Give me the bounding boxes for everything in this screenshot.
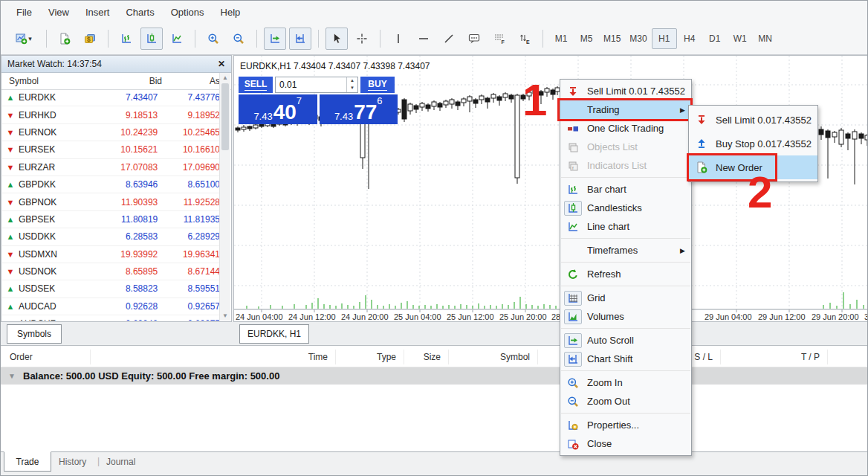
timeframe-m1[interactable]: M1 <box>548 28 574 49</box>
line-chart-button[interactable] <box>166 28 188 50</box>
menu-item-one-click-trading[interactable]: One Click Trading <box>560 119 691 138</box>
chart-shift-button[interactable] <box>289 28 311 50</box>
zoom-out-button[interactable] <box>227 28 250 50</box>
candlesticks-button[interactable] <box>140 28 163 50</box>
menu-item-buy-stop-0-01[interactable]: Buy Stop 0.017.43552 <box>689 132 817 155</box>
down-trend-icon: ▼ <box>2 128 19 137</box>
volume-value[interactable]: 0.01 <box>276 80 346 90</box>
menu-view[interactable]: View <box>40 7 77 18</box>
dollar-stack-button[interactable]: $ <box>79 28 101 50</box>
symbol-row-eurzar[interactable]: ▼EURZAR17.0708317.09690 <box>2 159 220 176</box>
menu-item-sell-limit-0-01[interactable]: Sell Limit 0.017.43552 <box>689 108 817 132</box>
menu-item-chart-shift[interactable]: Chart Shift <box>560 350 691 368</box>
menu-item-grid[interactable]: Grid <box>560 289 691 307</box>
stepper-up-icon[interactable]: ▲ <box>347 77 357 85</box>
scroll-down-icon[interactable]: ▼ <box>220 312 230 319</box>
close-icon[interactable]: ✕ <box>218 59 225 69</box>
tab-symbols[interactable]: Symbols <box>7 324 62 344</box>
chevron-down-icon[interactable]: ▾ <box>28 35 32 42</box>
menu-options[interactable]: Options <box>163 7 213 18</box>
market-watch-scrollbar[interactable]: ▲ ▼ <box>219 73 230 321</box>
menu-help[interactable]: Help <box>213 7 249 18</box>
timeframe-h4[interactable]: H4 <box>677 28 702 49</box>
bid-value: 11.80819 <box>90 214 158 225</box>
column-header-order[interactable]: Order <box>10 352 33 362</box>
menu-item-properties[interactable]: Properties... <box>560 416 691 434</box>
symbol-row-audcad[interactable]: ▲AUDCAD0.926280.92657 <box>2 298 220 315</box>
fibonacci-button[interactable]: F <box>488 28 511 50</box>
timeframe-m15[interactable]: M15 <box>599 28 625 49</box>
menu-item-auto-scroll[interactable]: Auto Scroll <box>560 331 691 350</box>
menu-insert[interactable]: Insert <box>77 7 118 18</box>
sell-price-display[interactable]: 7.43 40 7 <box>239 94 317 124</box>
menu-item-candlesticks[interactable]: Candlesticks <box>560 199 691 217</box>
symbol-row-gbpsek[interactable]: ▲GBPSEK11.8081911.81935 <box>2 211 220 228</box>
buy-button[interactable]: BUY <box>360 77 395 93</box>
column-symbol[interactable]: Symbol <box>1 76 97 86</box>
symbol-row-eurhkd[interactable]: ▼EURHKD9.185139.18952 <box>2 106 220 123</box>
sell-button[interactable]: SELL <box>239 77 273 93</box>
column-ask[interactable]: Ask <box>162 76 224 86</box>
trendline-button[interactable] <box>438 28 460 50</box>
menu-file[interactable]: File <box>8 7 40 18</box>
timeframe-m30[interactable]: M30 <box>625 28 651 49</box>
scroll-thumb[interactable] <box>221 83 229 150</box>
vertical-line-button[interactable] <box>387 28 409 50</box>
crosshair-button[interactable] <box>351 28 373 50</box>
symbol-row-eurnok[interactable]: ▼EURNOK10.2423910.25465 <box>2 124 220 141</box>
cursor-button[interactable] <box>326 28 348 50</box>
timeframe-h1[interactable]: H1 <box>652 28 677 49</box>
stepper-down-icon[interactable]: ▼ <box>347 85 357 92</box>
timeframe-mn[interactable]: MN <box>753 28 778 49</box>
menu-item-timeframes[interactable]: Timeframes▶ <box>560 241 691 260</box>
symbol-row-gbpnok[interactable]: ▼GBPNOK11.9039311.92528 <box>2 193 220 210</box>
column-header-symbol[interactable]: Symbol <box>448 352 530 362</box>
menu-charts[interactable]: Charts <box>117 7 162 18</box>
volumes-icon <box>564 309 582 324</box>
menu-item-line-chart[interactable]: Line chart <box>560 217 691 236</box>
menu-item-close[interactable]: Close <box>560 434 691 453</box>
text-balloon-button[interactable] <box>463 28 485 50</box>
menu-item-bar-chart[interactable]: Bar chart <box>560 180 691 199</box>
collapse-chevron-icon[interactable]: ▼ <box>8 372 16 380</box>
timeframe-w1[interactable]: W1 <box>728 28 753 49</box>
menu-item-zoom-out[interactable]: Zoom Out <box>560 392 691 411</box>
column-header-tp[interactable]: T / P <box>738 352 820 362</box>
auto-scroll-button[interactable] <box>264 28 286 50</box>
symbol-row-gbpdkk[interactable]: ▲GBPDKK8.639468.65100 <box>2 176 220 193</box>
symbol-row-usdnok[interactable]: ▼USDNOK8.658958.67144 <box>2 263 220 280</box>
volume-input[interactable]: 0.01 ▲ ▼ <box>275 77 358 93</box>
column-header-size[interactable]: Size <box>359 352 441 362</box>
chart-panel[interactable]: EURDKK,H1 7.43404 7.43407 7.43398 7.4340… <box>233 55 868 322</box>
zoom-in-button[interactable] <box>202 28 224 50</box>
menu-item-zoom-in[interactable]: Zoom In <box>560 373 691 392</box>
horizontal-line-button[interactable] <box>412 28 435 50</box>
menu-item-volumes[interactable]: Volumes <box>560 307 691 326</box>
symbol-row-eurdkk[interactable]: ▲EURDKK7.434077.43776 <box>2 89 220 106</box>
indicator-arrows-button[interactable]: E <box>514 28 536 50</box>
symbol-row-usdsek[interactable]: ▲USDSEK8.588238.59551 <box>2 280 220 298</box>
symbol-row-eursek[interactable]: ▼EURSEK10.1562110.16610 <box>2 141 220 158</box>
symbol-row-usddkk[interactable]: ▲USDDKK6.285836.28929 <box>2 228 220 245</box>
tab-history[interactable]: History <box>59 457 86 467</box>
menu-item-sell-limit-0-01[interactable]: Sell Limit 0.017.43552 <box>560 82 691 100</box>
symbol-row-audchf[interactable]: ▲AUDCHF0.690460.69075 <box>2 315 220 321</box>
bar-chart-button[interactable] <box>115 28 137 50</box>
new-chart-button[interactable]: ▾ <box>8 28 39 50</box>
tab-chart-eurdkk[interactable]: EURDKK, H1 <box>239 324 309 344</box>
column-bid[interactable]: Bid <box>97 76 162 86</box>
menu-item-refresh[interactable]: Refresh <box>560 265 691 283</box>
timeframe-d1[interactable]: D1 <box>702 28 728 49</box>
tab-trade[interactable]: Trade <box>4 451 51 472</box>
new-order-button[interactable] <box>54 28 76 50</box>
scroll-up-icon[interactable]: ▲ <box>220 74 230 81</box>
market-watch-titlebar[interactable]: Market Watch: 14:37:54 ✕ <box>1 56 231 73</box>
timeframe-m5[interactable]: M5 <box>574 28 599 49</box>
menu-item-trading[interactable]: Trading▶ <box>560 100 691 119</box>
tab-journal[interactable]: Journal <box>106 457 135 467</box>
symbol-row-usdmxn[interactable]: ▼USDMXN19.9399219.96341 <box>2 246 220 263</box>
column-separator <box>90 350 91 364</box>
volume-stepper[interactable]: ▲ ▼ <box>346 77 357 92</box>
balance-row[interactable]: ▼ Balance: 500.00 USD Equity: 500.00 Fre… <box>1 367 867 385</box>
buy-price-display[interactable]: 7.43 77 6 <box>320 94 398 124</box>
